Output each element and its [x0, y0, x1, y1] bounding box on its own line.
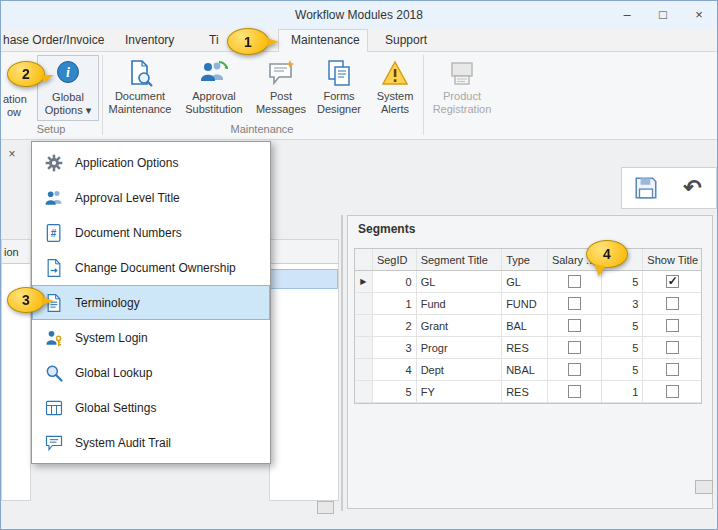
document-search-icon: [125, 58, 155, 88]
magnifier-icon: [44, 363, 64, 383]
salary-checkbox[interactable]: [568, 297, 581, 310]
show-title-checkbox[interactable]: [666, 297, 679, 310]
tab-inventory[interactable]: Inventory: [113, 29, 186, 51]
maximize-button[interactable]: □: [645, 1, 681, 29]
menu-item-change-document-ownership[interactable]: Change Document Ownership: [32, 250, 270, 285]
warning-triangle-icon: [380, 58, 410, 88]
segments-grid: SegID Segment Title Type Salary ... Show…: [354, 248, 702, 404]
save-floppy-icon: [633, 175, 659, 201]
forms-icon: [324, 58, 354, 88]
salary-checkbox[interactable]: [568, 385, 581, 398]
document-transfer-icon: [44, 258, 64, 278]
col-header-show-title[interactable]: Show Title: [643, 249, 701, 270]
document-number-icon: #: [44, 223, 64, 243]
menu-item-system-login[interactable]: System Login: [32, 320, 270, 355]
left-grid-header-fragment: ion: [2, 240, 30, 264]
table-row[interactable]: 3 Progr RES 5: [355, 337, 701, 359]
menu-item-application-options[interactable]: Application Options: [32, 145, 270, 180]
table-row[interactable]: 4 Dept NBAL 5: [355, 359, 701, 381]
login-key-icon: [44, 328, 64, 348]
group-separator: [423, 55, 424, 135]
document-maintenance-button[interactable]: Document Maintenance: [107, 55, 173, 121]
callout-3: 3: [7, 287, 45, 313]
menu-item-global-lookup[interactable]: Global Lookup: [32, 355, 270, 390]
people-refresh-icon: [199, 58, 229, 88]
table-row[interactable]: ▶ 0 GL GL 5: [355, 271, 701, 293]
table-row[interactable]: 1 Fund FUND 3: [355, 293, 701, 315]
menu-item-system-audit-trail[interactable]: System Audit Trail: [32, 425, 270, 460]
salary-checkbox[interactable]: [568, 363, 581, 376]
segments-panel-title: Segments: [358, 222, 415, 236]
tab-maintenance[interactable]: Maintenance: [278, 29, 368, 52]
panel-splitter[interactable]: [341, 215, 343, 511]
system-alerts-button[interactable]: System Alerts: [369, 55, 421, 121]
scrollbar-button[interactable]: [695, 480, 713, 494]
ribbon: ation ow i Global Options ▾ Document Mai…: [1, 51, 717, 140]
current-row-marker-icon: ▶: [360, 277, 366, 286]
table-row[interactable]: 2 Grant BAL 5: [355, 315, 701, 337]
group-label-setup: Setup: [1, 123, 101, 138]
post-messages-button[interactable]: Post Messages: [255, 55, 307, 121]
audit-speech-icon: [44, 433, 64, 453]
save-toolbar: ↶: [621, 167, 717, 209]
dropdown-caret-icon: ▾: [86, 104, 92, 116]
tab-time[interactable]: Ti: [197, 29, 231, 51]
menu-item-terminology[interactable]: Terminology: [32, 285, 270, 320]
info-icon: i: [53, 59, 83, 89]
printer-icon: [447, 58, 477, 88]
undo-arrow-icon: ↶: [683, 177, 701, 199]
gear-icon: [44, 153, 64, 173]
salary-checkbox[interactable]: [568, 341, 581, 354]
col-header-type[interactable]: Type: [502, 249, 548, 270]
col-header-segment-title[interactable]: Segment Title: [417, 249, 502, 270]
save-button[interactable]: [625, 171, 667, 205]
show-title-checkbox[interactable]: [666, 363, 679, 376]
segments-panel: Segments SegID Segment Title Type Salary…: [347, 215, 713, 509]
tab-support[interactable]: Support: [373, 29, 439, 51]
show-title-checkbox[interactable]: [666, 341, 679, 354]
callout-4: 4: [586, 240, 628, 268]
callout-2: 2: [7, 61, 45, 87]
menu-item-document-numbers[interactable]: # Document Numbers: [32, 215, 270, 250]
show-title-checkbox[interactable]: [666, 275, 679, 288]
undo-button[interactable]: ↶: [672, 171, 714, 205]
salary-checkbox[interactable]: [568, 275, 581, 288]
group-label-maintenance: Maintenance: [103, 123, 421, 138]
message-bubble-icon: [266, 58, 296, 88]
menu-item-approval-level-title[interactable]: Approval Level Title: [32, 180, 270, 215]
col-header-segid[interactable]: SegID: [373, 249, 417, 270]
tab-purchase-order-invoice[interactable]: hase Order/Invoice: [0, 29, 116, 51]
show-title-checkbox[interactable]: [666, 385, 679, 398]
show-title-checkbox[interactable]: [666, 319, 679, 332]
forms-designer-button[interactable]: Forms Designer: [311, 55, 367, 121]
title-bar: Workflow Modules 2018 – □ ×: [1, 1, 717, 29]
approval-substitution-button[interactable]: Approval Substitution: [177, 55, 251, 121]
product-registration-button: Product Registration: [428, 55, 496, 121]
left-grid-sliver: ion: [1, 239, 31, 501]
callout-1: 1: [227, 28, 269, 55]
svg-text:#: #: [51, 227, 57, 238]
people-icon: [44, 188, 64, 208]
window-controls: – □ ×: [609, 1, 717, 29]
selected-row-highlight[interactable]: [270, 269, 338, 289]
global-options-button[interactable]: i Global Options ▾: [37, 55, 99, 121]
segments-grid-header: SegID Segment Title Type Salary ... Show…: [355, 249, 701, 271]
document-tab-close-icon[interactable]: ×: [5, 147, 19, 161]
app-window: Workflow Modules 2018 – □ × hase Order/I…: [0, 0, 718, 530]
menu-item-global-settings[interactable]: Global Settings: [32, 390, 270, 425]
global-options-menu: Application Options Approval Level Title…: [31, 141, 271, 464]
table-row[interactable]: 5 FY RES 1: [355, 381, 701, 403]
settings-grid-icon: [44, 398, 64, 418]
scrollbar-button[interactable]: [317, 501, 334, 514]
svg-text:i: i: [66, 65, 70, 80]
minimize-button[interactable]: –: [609, 1, 645, 29]
close-button[interactable]: ×: [681, 1, 717, 29]
salary-checkbox[interactable]: [568, 319, 581, 332]
